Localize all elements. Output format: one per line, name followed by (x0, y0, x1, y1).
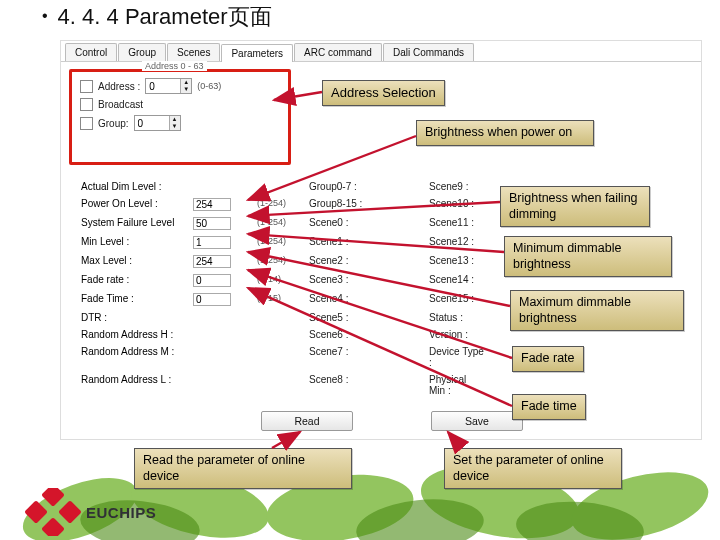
address-selection-box: Address 0 - 63 Address : ▲▼ (0-63) Broad… (69, 69, 291, 165)
grid-col2: Scene7 : (309, 346, 365, 368)
param-label: Actual Dim Level : (81, 181, 189, 192)
address-spinner[interactable]: ▲▼ (145, 78, 192, 94)
svg-point-7 (514, 498, 645, 540)
bullet-dot: • (42, 7, 48, 24)
tab-scenes[interactable]: Scenes (167, 43, 220, 61)
param-range: (1-254) (257, 198, 305, 211)
address-checkbox[interactable] (80, 80, 93, 93)
param-range (257, 346, 305, 368)
grid-col2: Group8-15 : (309, 198, 365, 211)
grid-col3: Status : (429, 312, 485, 323)
tab-dali-commands[interactable]: Dali Commands (383, 43, 474, 61)
address-frame-label: Address 0 - 63 (142, 61, 207, 71)
svg-rect-18 (58, 500, 82, 524)
param-range: (1-254) (257, 236, 305, 249)
param-label: Random Address H : (81, 329, 189, 340)
svg-rect-17 (41, 488, 65, 507)
param-label: Random Address L : (81, 374, 189, 396)
group-checkbox[interactable] (80, 117, 93, 130)
grid-col3: Scene13 : (429, 255, 485, 268)
read-button[interactable]: Read (261, 411, 353, 431)
callout-min: Minimum dimmable brightness (504, 236, 672, 277)
param-range: (1-254) (257, 217, 305, 230)
param-value[interactable]: 0 (193, 293, 231, 306)
svg-point-6 (354, 493, 487, 540)
param-label: Max Level : (81, 255, 189, 268)
callout-save: Set the parameter of online device (444, 448, 622, 489)
callout-fade-rate: Fade rate (512, 346, 584, 372)
address-label: Address : (98, 81, 140, 92)
grid-col2: Scene4 : (309, 293, 365, 306)
broadcast-label: Broadcast (98, 99, 143, 110)
callout-address: Address Selection (322, 80, 445, 106)
callout-max: Maximum dimmable brightness (510, 290, 684, 331)
grid-col2: Scene0 : (309, 217, 365, 230)
spinner-down-icon[interactable]: ▼ (180, 86, 191, 93)
param-label: Fade Time : (81, 293, 189, 306)
slide-title-text: 4. 4. 4 Parameter页面 (58, 4, 272, 29)
param-value[interactable]: 254 (193, 255, 231, 268)
param-range: (0-14) (257, 274, 305, 287)
param-value[interactable]: 254 (193, 198, 231, 211)
logo-icon (24, 488, 82, 536)
param-label: Min Level : (81, 236, 189, 249)
spinner-up-icon[interactable]: ▲ (180, 79, 191, 86)
tab-parameters[interactable]: Parameters (221, 44, 293, 62)
param-range: (1-254) (257, 255, 305, 268)
logo-text: EUCHIPS (86, 504, 156, 521)
grid-col3: Scene14 : (429, 274, 485, 287)
parameter-grid: Actual Dim Level :Group0-7 :Scene9 :Powe… (81, 181, 545, 396)
grid-col2: Scene3 : (309, 274, 365, 287)
param-label: System Failure Level (81, 217, 189, 230)
slide-title: •4. 4. 4 Parameter页面 (42, 6, 272, 28)
grid-col2: Scene8 : (309, 374, 365, 396)
param-range: (0-15) (257, 293, 305, 306)
param-label: Random Address M : (81, 346, 189, 368)
save-button[interactable]: Save (431, 411, 523, 431)
callout-read: Read the parameter of online device (134, 448, 352, 489)
param-value[interactable]: 0 (193, 274, 231, 287)
tab-control[interactable]: Control (65, 43, 117, 61)
grid-col2: Scene1 : (309, 236, 365, 249)
grid-col3: Device Type : (429, 346, 485, 368)
broadcast-checkbox[interactable] (80, 98, 93, 111)
spinner-up-icon[interactable]: ▲ (169, 116, 180, 123)
param-range (257, 374, 305, 396)
brand-logo: EUCHIPS (24, 488, 156, 536)
grid-col3: Version : (429, 329, 485, 340)
param-label: DTR : (81, 312, 189, 323)
callout-power-on: Brightness when power on (416, 120, 594, 146)
grid-col2: Scene2 : (309, 255, 365, 268)
svg-rect-19 (24, 500, 48, 524)
param-value[interactable]: 1 (193, 236, 231, 249)
svg-rect-20 (41, 517, 65, 536)
spinner-down-icon[interactable]: ▼ (169, 123, 180, 130)
param-range (257, 181, 305, 192)
callout-failing: Brightness when failing dimming (500, 186, 650, 227)
param-label: Fade rate : (81, 274, 189, 287)
grid-col3: Physical Min : (429, 374, 485, 396)
grid-col2: Scene5 : (309, 312, 365, 323)
grid-col2: Group0-7 : (309, 181, 365, 192)
tab-arc-command[interactable]: ARC command (294, 43, 382, 61)
grid-col3: Scene12 : (429, 236, 485, 249)
address-range: (0-63) (197, 81, 221, 91)
grid-col3: Scene11 : (429, 217, 485, 230)
group-label: Group: (98, 118, 129, 129)
grid-col3: Scene9 : (429, 181, 485, 192)
tab-bar: Control Group Scenes Parameters ARC comm… (61, 41, 701, 62)
group-input[interactable] (135, 116, 169, 130)
param-label: Power On Level : (81, 198, 189, 211)
grid-col3: Scene10 : (429, 198, 485, 211)
callout-fade-time: Fade time (512, 394, 586, 420)
tab-group[interactable]: Group (118, 43, 166, 61)
group-spinner[interactable]: ▲▼ (134, 115, 181, 131)
grid-col2: Scene6 : (309, 329, 365, 340)
param-value[interactable]: 50 (193, 217, 231, 230)
param-range (257, 312, 305, 323)
address-input[interactable] (146, 79, 180, 93)
grid-col3: Scene15 : (429, 293, 485, 306)
param-range (257, 329, 305, 340)
